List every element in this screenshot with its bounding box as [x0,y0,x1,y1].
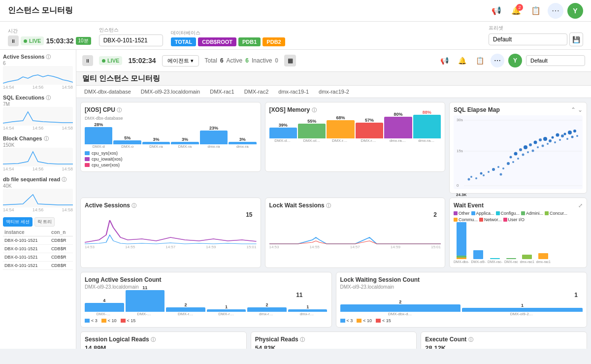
svg-point-6 [468,178,470,181]
time-group: 시간 ⏸ LIVE 15:03:32 10분 [8,28,91,46]
instance-tabs-row: DMX-dbx-database DMX-ol9-23.localdomain … [76,86,591,98]
multi-live-indicator: LIVE [99,56,122,65]
sidebar-active-sessions: Active Sessions ⓘ 6 14:5414:5614:58 [3,54,73,90]
notification-icon-btn[interactable]: 🔔 2 [508,3,524,19]
database-label: 데이터베이스 [171,30,285,36]
live-dot [24,39,27,43]
instance-tab[interactable]: DMX-dbx-database [82,88,133,96]
active-value: 6 [245,57,249,64]
multi-more-btn[interactable]: ⋯ [491,54,504,67]
charts-row1: [XOS] CPU ⓘ DMX-dbx-database 28% DMX-d [80,102,587,194]
sql-collapse-btn[interactable]: ⌄ [578,106,583,113]
broadcast-icon-btn[interactable]: 📢 [489,3,504,19]
multi-live-text: LIVE [107,58,119,64]
pause-btn[interactable]: ⏸ [8,35,19,46]
multi-avatar[interactable]: Y [508,54,522,67]
copy-icon-btn[interactable]: 📋 [528,3,544,19]
tag-cdbsroot[interactable]: CDB$ROOT [198,37,236,46]
multi-preset-wrapper[interactable]: Default [526,55,585,66]
multi-copy-btn[interactable]: 📋 [473,54,487,67]
main-layout: Active Sessions ⓘ 6 14:5414:5614:58 SQL … [0,50,591,349]
preset-control: Default 💾 [489,33,583,46]
sidebar-sql-executions: SQL Executions ⓘ 7M 14:5414:5614:58 [3,95,73,131]
instance-tab[interactable]: DMX-rac1 [208,88,236,96]
svg-text:0: 0 [457,183,459,188]
active-sessions-title: Active Sessions ⓘ [3,54,51,61]
xos-cpu-header: [XOS] CPU ⓘ [85,106,257,114]
xos-memory-card: [XOS] Memory ⓘ 39% DMX-dbx-da 55% DMX-ol… [265,102,446,172]
more-icon-btn[interactable]: ⋯ [548,3,563,19]
svg-point-17 [510,156,512,159]
tag-pdb1[interactable]: PDB1 [238,37,261,46]
col-instance: instance [3,229,50,236]
avatar[interactable]: Y [567,3,583,19]
time-control: ⏸ LIVE 15:03:32 10분 [8,35,91,46]
multi-pause-btn[interactable]: ⏸ [82,55,93,66]
sidebar-table-row[interactable]: DBX-0-101-1521 CDB$R [3,262,73,270]
svg-point-42 [571,136,574,138]
svg-point-26 [532,150,534,152]
svg-point-14 [500,173,502,176]
instance-select-wrapper[interactable]: DBX-0-101-1521 [99,34,163,46]
sidebar-tabs: 액티브 세션 락 트리 [3,217,73,227]
instance-tab[interactable]: DMX-ol9-23.localdomain [139,88,202,96]
instance-group: 인스턴스 DBX-0-101-1521 [99,27,163,46]
multi-monitor-left: ⏸ LIVE 15:02:34 에이전트 ▾ Total 6 Active 6 … [82,55,296,66]
multi-monitor-title-bar: 멀티 인스턴스 모니터링 [76,72,591,86]
xos-cpu-title: [XOS] CPU ⓘ [85,106,122,114]
svg-point-8 [475,177,477,179]
instance-tab[interactable]: dmx-rac19-1 [276,88,311,96]
sidebar-table-row[interactable]: DBX-0-101-1521 CDB$R [3,253,73,262]
wait-event-chart: 24.3K DMX-dbx- DMX-ol9- [454,224,583,264]
lock-waiting-chart: 1 2 DMX-dbx-database 1 DMX-ol9-23.locald… [340,292,583,316]
wait-event-legend: Other Applica... Configu... Admini... Co… [454,211,583,222]
sql-elapse-chart-body: 30s 15s 0 [454,115,583,189]
sidebar-instance-table: instance con_n DBX-0-101-1521 CDB$R DBX-… [3,229,73,270]
grid-toggle-btn[interactable]: ▦ [284,55,296,66]
sidebar-tab-active[interactable]: 액티브 세션 [3,217,33,227]
preset-select[interactable]: Default [489,33,567,45]
xos-cpu-card: [XOS] CPU ⓘ DMX-dbx-database 28% DMX-d [80,102,261,172]
sidebar-table-row[interactable]: DBX-0-101-1521 CDB$R [3,245,73,253]
sidebar-tab-lock[interactable]: 락 트리 [34,217,55,227]
multi-notif-btn[interactable]: 🔔 [455,54,469,67]
database-group: 데이터베이스 TOTAL CDB$ROOT PDB1 PDB2 [171,30,285,46]
sql-exec-chart [3,107,73,126]
toolbar: 시간 ⏸ LIVE 15:03:32 10분 인스턴스 DBX-0-101-15… [0,22,591,50]
sidebar-con-value: CDB$R [50,262,73,270]
wait-expand-btn[interactable]: ⤢ [578,202,583,209]
total-badge: Total 6 Active 6 Inactive 0 [205,57,278,64]
preset-select-wrapper[interactable]: Default [489,33,567,45]
svg-point-36 [556,133,559,137]
active-sessions-chart-body: 15 [85,210,257,245]
multi-live-dot [102,59,105,63]
sql-expand-btn[interactable]: ⌃ [571,106,576,113]
instance-select[interactable]: DBX-0-101-1521 [99,34,163,46]
instance-tab[interactable]: dmx-rac19-2 [317,88,351,96]
sidebar-con-value: CDB$R [50,253,73,262]
agent-btn[interactable]: 에이전트 ▾ [162,55,199,66]
notification-badge: 2 [516,4,523,11]
long-active-legend: < 3 < 10 < 15 [85,318,328,323]
execute-count-card: Execute Count ⓘ 28.12K [421,331,587,349]
svg-point-38 [561,134,564,137]
svg-point-25 [529,143,532,146]
instance-tab[interactable]: DMX-rac2 [242,88,271,96]
svg-point-7 [470,176,472,178]
sidebar-table-row[interactable]: DBX-0-101-1521 CDB$R [3,236,73,245]
lock-waiting-session-card: Lock Waiting Session Count DMX-ol9-23.lo… [336,272,588,328]
svg-point-37 [559,139,561,141]
svg-point-31 [543,137,547,141]
multi-broadcast-btn[interactable]: 📢 [437,54,451,67]
preset-save-btn[interactable]: 💾 [569,33,583,46]
tag-total[interactable]: TOTAL [171,37,197,46]
sidebar-instance-value: DBX-0-101-1521 [3,245,50,253]
svg-point-27 [534,141,537,144]
tag-pdb2[interactable]: PDB2 [263,37,285,46]
active-sessions-chart-title: Active Sessions ⓘ [85,202,136,209]
svg-point-29 [539,138,542,141]
multi-preset-select[interactable]: Default [526,55,585,66]
sidebar-block-changes: Block Changes ⓘ 150K 14:5414:5614:58 [3,135,73,171]
col-con-name: con_n [50,229,73,236]
xos-cpu-legend: cpu_sys(xos) cpu_iowait(xos) cpu_user(xo… [85,151,257,167]
